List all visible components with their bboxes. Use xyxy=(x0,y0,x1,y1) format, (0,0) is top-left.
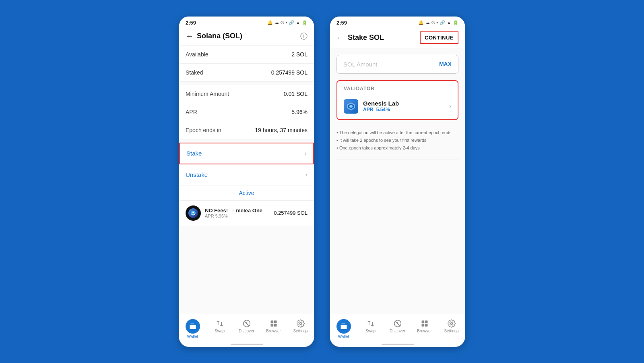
wifi-icon-2: ▲ xyxy=(447,20,451,25)
page-header-2: ← Stake SOL CONTINUE xyxy=(330,27,465,48)
page-title-1: Solana (SOL) xyxy=(197,32,300,40)
svg-rect-17 xyxy=(425,324,427,326)
battery-icon-2: 🔋 xyxy=(453,20,458,25)
staked-value: 0.257499 SOL xyxy=(271,69,308,76)
validator-chevron: › xyxy=(449,103,451,110)
min-amount-row: Minimum Amount 0.01 SOL xyxy=(179,85,314,103)
nav-swap-label-1: Swap xyxy=(215,329,225,333)
link-icon-2: 🔗 xyxy=(440,20,445,25)
stake-action-row[interactable]: Stake › xyxy=(179,143,314,164)
epoch-row: Epoch ends in 19 hours, 37 minutes xyxy=(179,121,314,139)
validator-info: Genesis Lab APR 5.54% xyxy=(363,100,449,112)
unstake-action-row[interactable]: Unstake › xyxy=(179,165,314,185)
nav-wallet-2[interactable]: Wallet xyxy=(330,317,357,340)
notification-icon: 🔔 xyxy=(267,20,273,25)
page-content-1: Available 2 SOL Staked 0.257499 SOL Mini… xyxy=(179,46,314,314)
nav-browser-label-2: Browser xyxy=(417,329,432,333)
staking-apr-text: APR 5.96% xyxy=(205,214,274,218)
svg-point-1 xyxy=(192,212,194,213)
unstake-label: Unstake xyxy=(186,171,208,178)
staking-value: 0.257499 SOL xyxy=(274,210,308,216)
browser-icon-2 xyxy=(420,319,429,328)
notification-icon-2: 🔔 xyxy=(418,20,424,25)
battery-icon: 🔋 xyxy=(302,20,308,25)
available-label: Available xyxy=(186,51,208,58)
validator-section: VALIDATOR Genesis Lab APR 5.54% xyxy=(336,80,458,120)
stake-chevron: › xyxy=(305,150,307,157)
nav-browser-1[interactable]: Browser xyxy=(260,317,287,340)
dot-icon-2: • xyxy=(436,20,438,25)
validator-item[interactable]: Genesis Lab APR 5.54% › xyxy=(337,95,458,119)
available-row: Available 2 SOL xyxy=(179,46,314,64)
validator-apr-label: APR xyxy=(363,107,373,112)
staking-item[interactable]: NO Fees! → melea One APR 5.96% 0.257499 … xyxy=(179,200,314,226)
nav-swap-2[interactable]: Swap xyxy=(357,317,384,340)
back-button-2[interactable]: ← xyxy=(336,33,345,42)
nav-discover-2[interactable]: Discover xyxy=(384,317,411,340)
staked-row: Staked 0.257499 SOL xyxy=(179,64,314,82)
nav-discover-label-1: Discover xyxy=(239,329,254,333)
bottom-nav-2: Wallet Swap Discover xyxy=(330,314,465,342)
validator-apr: APR 5.54% xyxy=(363,107,449,112)
min-amount-label: Minimum Amount xyxy=(186,91,229,97)
settings-icon-1 xyxy=(296,319,305,328)
epoch-label: Epoch ends in xyxy=(186,127,221,133)
continue-button[interactable]: CONTINUE xyxy=(420,31,458,44)
link-icon: 🔗 xyxy=(289,20,294,25)
nav-settings-1[interactable]: Settings xyxy=(287,317,314,340)
page-header-1: ← Solana (SOL) ⓘ xyxy=(179,27,314,46)
wifi-icon: ▲ xyxy=(296,20,300,25)
home-indicator-2 xyxy=(382,344,414,345)
nav-wallet-1[interactable]: Wallet xyxy=(179,317,206,340)
notes-section: • The delegation will be active after th… xyxy=(330,127,465,156)
wallet-icon-bg-1 xyxy=(186,319,200,334)
note-item-3: • One epoch takes approximately 2-4 days xyxy=(336,145,458,151)
status-bar-1: 2:59 🔔 ☁ G • 🔗 ▲ 🔋 xyxy=(179,17,314,27)
wallet-icon-bg-2 xyxy=(336,319,351,334)
staking-name: NO Fees! → melea One xyxy=(205,207,274,214)
status-time-1: 2:59 xyxy=(186,20,196,26)
available-value: 2 SOL xyxy=(291,51,308,58)
discover-icon-1 xyxy=(242,319,251,328)
validator-section-title: VALIDATOR xyxy=(337,81,458,95)
google-icon-2: G xyxy=(431,20,435,25)
sol-input-box: SOL Amount MAX xyxy=(336,55,458,74)
validator-apr-value: 5.54% xyxy=(376,107,390,112)
sol-input-section: SOL Amount MAX xyxy=(330,48,465,80)
status-bar-2: 2:59 🔔 ☁ G • 🔗 ▲ 🔋 xyxy=(330,17,465,27)
unstake-chevron: › xyxy=(305,171,308,178)
staking-avatar-inner xyxy=(188,208,198,218)
nav-settings-2[interactable]: Settings xyxy=(438,317,465,340)
svg-rect-15 xyxy=(425,320,427,323)
max-button[interactable]: MAX xyxy=(439,61,452,67)
screen2-frame: 2:59 🔔 ☁ G • 🔗 ▲ 🔋 ← Stake SOL CONTINUE … xyxy=(330,17,465,347)
svg-line-3 xyxy=(244,321,249,326)
apr-row: APR 5.96% xyxy=(179,103,314,121)
status-icons-2: 🔔 ☁ G • 🔗 ▲ 🔋 xyxy=(418,20,458,25)
validator-logo xyxy=(344,99,358,114)
page-content-2: SOL Amount MAX VALIDATOR Genesis Lab xyxy=(330,48,465,314)
nav-browser-label-1: Browser xyxy=(266,329,281,333)
svg-point-18 xyxy=(450,322,452,324)
nav-wallet-label-2: Wallet xyxy=(338,334,349,339)
page-title-2: Stake SOL xyxy=(348,33,420,42)
note-item-2: • It will take 2 epochs to see your firs… xyxy=(336,137,458,143)
nav-swap-1[interactable]: Swap xyxy=(206,317,233,340)
screen1-frame: 2:59 🔔 ☁ G • 🔗 ▲ 🔋 ← Solana (SOL) ⓘ Avai… xyxy=(179,17,314,347)
sol-amount-placeholder: SOL Amount xyxy=(343,61,439,68)
note-item-1: • The delegation will be active after th… xyxy=(336,130,458,136)
stake-label: Stake xyxy=(186,150,202,157)
back-button-1[interactable]: ← xyxy=(186,31,194,41)
nav-discover-1[interactable]: Discover xyxy=(233,317,260,340)
staking-avatar xyxy=(186,205,201,221)
info-button-1[interactable]: ⓘ xyxy=(300,31,308,41)
status-icons-1: 🔔 ☁ G • 🔗 ▲ 🔋 xyxy=(267,20,308,25)
epoch-value: 19 hours, 37 minutes xyxy=(255,127,308,133)
svg-point-8 xyxy=(299,322,301,324)
validator-name: Genesis Lab xyxy=(363,100,449,107)
nav-settings-label-2: Settings xyxy=(444,329,458,333)
cloud-icon-2: ☁ xyxy=(425,20,430,25)
staked-label: Staked xyxy=(186,69,203,76)
nav-browser-2[interactable]: Browser xyxy=(411,317,438,340)
nav-swap-label-2: Swap xyxy=(365,329,376,333)
